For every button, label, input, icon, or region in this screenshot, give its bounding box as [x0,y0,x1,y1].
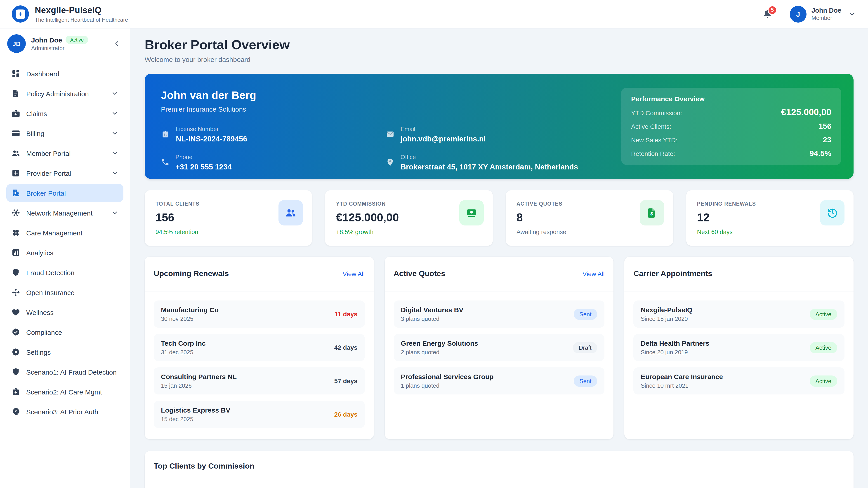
bar-chart-icon [11,248,20,257]
carrier-appointments-card: Carrier Appointments Nexgile-PulseIQ Sin… [625,257,854,439]
status-badge: Draft [573,342,597,353]
renewal-row[interactable]: Manufacturing Co 30 nov 2025 11 days [154,300,365,328]
sidebar: JD John Doe Active Administrator Dashboa… [0,29,130,488]
users-icon [279,200,303,225]
sidebar-user-name: John Doe [31,36,62,43]
shield-icon [11,367,20,377]
bandage-icon [11,228,20,237]
sidebar-item-billing[interactable]: Billing [6,124,123,142]
carrier-row[interactable]: Delta Health Partners Since 20 jun 2019 … [633,334,844,361]
user-menu[interactable]: J John Doe Member [790,6,856,22]
quote-row[interactable]: Green Energy Solutions 2 plans quoted Dr… [394,334,604,361]
user-name: John Doe [811,7,841,14]
app-header: Nexgile-PulseIQ The Intelligent Heartbea… [0,0,868,29]
stat-card-active-quotes: ACTIVE QUOTES 8 Awaiting response [506,190,673,246]
notification-count-badge: 5 [768,5,777,15]
dashboard-icon [11,69,20,78]
stat-card-total-clients: TOTAL CLIENTS 156 94.5% retention [145,190,312,246]
perf-row: Active Clients: 156 [631,122,831,131]
sidebar-item-compliance[interactable]: Compliance [6,323,123,341]
view-all-link[interactable]: View All [343,270,365,278]
sidebar-item-dashboard[interactable]: Dashboard [6,65,123,83]
phone-icon [161,158,169,166]
days-remaining: 57 days [334,377,358,385]
sidebar-item-scenario1-ai-fraud-detection[interactable]: Scenario1: AI Fraud Detection [6,363,123,381]
days-remaining: 42 days [334,344,358,351]
file-invoice-dollar-icon [640,200,664,225]
sidebar-item-wellness[interactable]: Wellness [6,303,123,321]
active-quotes-card: Active Quotes View All Digital Ventures … [384,257,614,439]
broker-portal-app: Nexgile-PulseIQ The Intelligent Heartbea… [0,0,868,488]
arrows-move-icon [11,288,20,297]
sidebar-user-role: Administrator [31,45,88,52]
heart-icon [11,308,20,317]
renewal-row[interactable]: Logistics Express BV 15 dec 2025 26 days [154,401,365,428]
days-remaining: 26 days [334,411,358,418]
main-content: Broker Portal Overview Welcome to your b… [130,29,868,488]
status-badge: Active [809,375,837,387]
license-info: License Number NL-INS-2024-789456 [161,126,385,143]
user-role: Member [811,15,841,21]
notifications-button[interactable]: 5 [762,9,773,19]
banknote-icon [459,200,484,225]
view-all-link[interactable]: View All [583,270,604,278]
stat-cards: TOTAL CLIENTS 156 94.5% retention YTD CO… [145,190,854,246]
badge-check-icon [11,328,20,337]
status-badge: Sent [574,375,597,387]
sidebar-item-open-insurance[interactable]: Open Insurance [6,283,123,301]
sidebar-item-analytics[interactable]: Analytics [6,243,123,262]
sidebar-item-care-management[interactable]: Care Management [6,224,123,242]
renewal-row[interactable]: Consulting Partners NL 15 jan 2026 57 da… [154,367,365,394]
days-remaining: 11 days [335,311,358,318]
perf-row: New Sales YTD: 23 [631,135,831,144]
sidebar-item-provider-portal[interactable]: Provider Portal [6,164,123,182]
renewal-row[interactable]: Tech Corp Inc 31 dec 2025 42 days [154,334,365,361]
envelope-icon [385,130,395,139]
page-subtitle: Welcome to your broker dashboard [145,56,854,64]
chevron-down-icon [111,90,119,97]
page-title: Broker Portal Overview [145,37,854,53]
stat-card-pending-renewals: PENDING RENEWALS 12 Next 60 days [686,190,854,246]
performance-overview-panel: Performance Overview YTD Commission: €12… [621,88,841,165]
sidebar-item-broker-portal[interactable]: Broker Portal [6,184,123,202]
quote-row[interactable]: Professional Services Group 1 plans quot… [394,367,604,394]
carrier-row[interactable]: European Care Insurance Since 10 mrt 202… [633,367,844,394]
quote-row[interactable]: Digital Ventures BV 3 plans quoted Sent [394,300,604,328]
office-info: Office Brokerstraat 45, 1017 XY Amsterda… [385,154,613,171]
card-title: Top Clients by Commission [154,462,254,471]
card-title: Carrier Appointments [633,269,712,278]
chevron-down-icon [111,169,119,177]
sidebar-item-member-portal[interactable]: Member Portal [6,144,123,162]
perf-row: YTD Commission: €125.000,00 [631,107,831,118]
document-icon [11,89,20,98]
sidebar-nav: Dashboard Policy Administration Claims B… [0,59,130,428]
perf-row: Retention Rate: 94.5% [631,149,831,158]
app-logo-icon [12,5,29,23]
carrier-row[interactable]: Nexgile-PulseIQ Since 15 jan 2020 Active [633,300,844,328]
card-title: Upcoming Renewals [154,269,229,278]
users-icon [11,149,20,158]
sidebar-item-claims[interactable]: Claims [6,104,123,123]
lists-row: Upcoming Renewals View All Manufacturing… [145,257,854,439]
upcoming-renewals-card: Upcoming Renewals View All Manufacturing… [145,257,374,439]
shield-icon [11,268,20,277]
top-clients-card: Top Clients by Commission [145,451,854,488]
sidebar-item-policy-administration[interactable]: Policy Administration [6,85,123,103]
avatar: JD [7,34,26,53]
sidebar-item-scenario3-ai-prior-auth[interactable]: Scenario3: AI Prior Auth [6,402,123,421]
head-gear-icon [11,407,20,416]
square-plus-icon [11,168,20,177]
sidebar-item-settings[interactable]: Settings [6,343,123,361]
chevron-down-icon [848,10,856,18]
sidebar-item-fraud-detection[interactable]: Fraud Detection [6,263,123,282]
network-icon [11,208,20,217]
chevron-left-icon [113,40,121,47]
app-title: Nexgile-PulseIQ [35,5,128,15]
sidebar-item-scenario2-ai-care-mgmt[interactable]: Scenario2: AI Care Mgmt [6,383,123,401]
sidebar-collapse-button[interactable] [111,38,123,49]
sidebar-item-network-management[interactable]: Network Management [6,204,123,222]
status-badge: Sent [574,308,597,320]
chevron-down-icon [111,209,119,217]
card-title: Active Quotes [394,269,445,278]
map-pin-icon [385,158,395,167]
